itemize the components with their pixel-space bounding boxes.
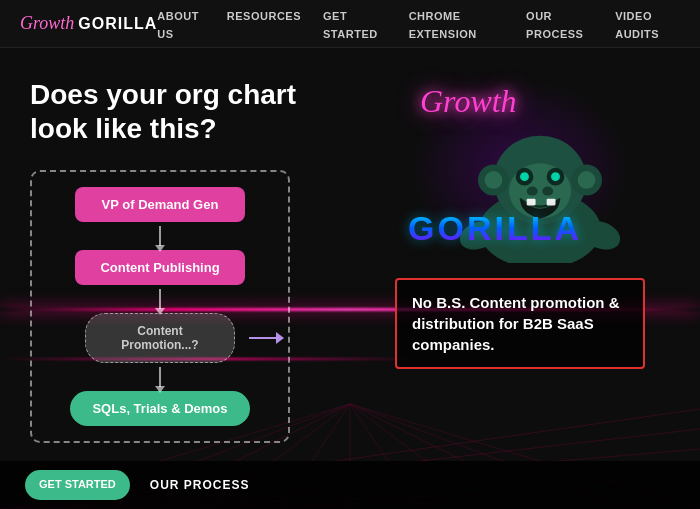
nav-our-process[interactable]: OUR PROCESS <box>526 10 583 40</box>
navigation: Growth GORILLA ABOUT US RESOURCES GET ST… <box>0 0 700 48</box>
svg-rect-28 <box>547 199 556 206</box>
svg-point-26 <box>551 172 560 181</box>
arrow-down-1 <box>159 226 161 246</box>
promo-box: No B.S. Content promotion & distribution… <box>395 278 645 369</box>
svg-point-30 <box>485 171 503 189</box>
nav-video-audits[interactable]: VIDEO AUDITS <box>615 10 659 40</box>
gorilla-gorilla-text: GORILLA <box>408 209 582 247</box>
svg-point-36 <box>542 187 553 196</box>
org-box-sqls: SQLs, Trials & Demos <box>70 391 250 426</box>
logo[interactable]: Growth GORILLA <box>20 13 157 34</box>
org-box-content-promotion: Content Promotion...? <box>85 313 235 363</box>
arrow-down-3 <box>159 367 161 387</box>
gorilla-growth-text: Growth <box>420 83 517 119</box>
gorilla-logo-container: Growth <box>400 78 640 263</box>
org-box-content-publishing: Content Publishing <box>75 250 245 285</box>
our-process-link[interactable]: OUR PROCESS <box>150 478 250 492</box>
svg-point-32 <box>578 171 596 189</box>
right-arrow <box>249 337 277 339</box>
left-section: Does your org chart look like this? VP o… <box>30 78 350 443</box>
org-box-vp: VP of Demand Gen <box>75 187 245 222</box>
nav-get-started[interactable]: GET STARTED <box>323 10 378 40</box>
nav-about-us[interactable]: ABOUT US <box>157 10 199 40</box>
nav-chrome-extension[interactable]: CHROME EXTENSION <box>409 10 477 40</box>
svg-point-25 <box>520 172 529 181</box>
get-started-button[interactable]: GET STARTED <box>25 470 130 499</box>
svg-rect-27 <box>527 199 536 206</box>
nav-resources[interactable]: RESOURCES <box>227 10 301 22</box>
logo-growth-text: Growth <box>20 13 74 34</box>
org-chart: VP of Demand Gen Content Publishing Cont… <box>30 170 290 443</box>
hero-title: Does your org chart look like this? <box>30 78 350 145</box>
arrow-down-2 <box>159 289 161 309</box>
hero-section: Does your org chart look like this? VP o… <box>0 48 700 509</box>
svg-point-35 <box>527 187 538 196</box>
right-section: Growth <box>370 78 670 443</box>
promo-box-text: No B.S. Content promotion & distribution… <box>412 292 628 355</box>
footer-bar: GET STARTED OUR PROCESS <box>0 461 700 509</box>
nav-links: ABOUT US RESOURCES GET STARTED CHROME EX… <box>157 6 680 42</box>
hero-content: Does your org chart look like this? VP o… <box>0 48 700 463</box>
logo-gorilla-text: GORILLA <box>78 15 157 33</box>
